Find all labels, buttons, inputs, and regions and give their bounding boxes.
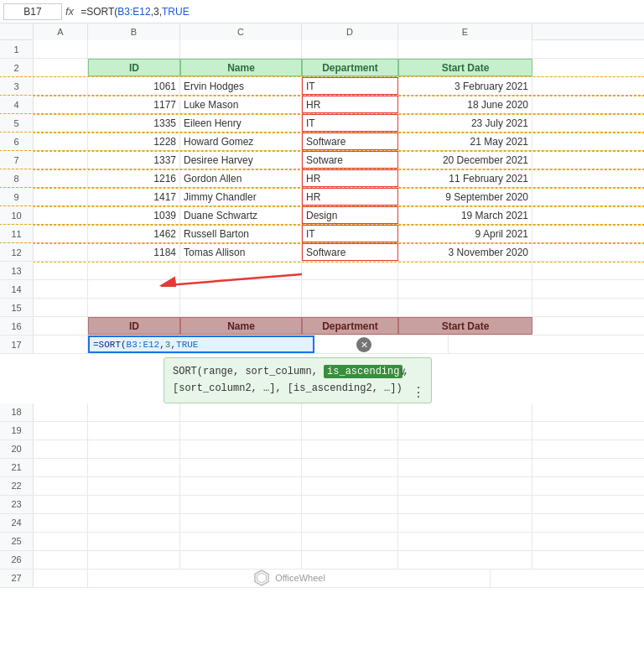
cell-d1[interactable] xyxy=(302,40,398,58)
cell-e7[interactable]: 20 December 2021 xyxy=(398,151,532,169)
cell-d4[interactable]: HR xyxy=(302,96,398,113)
row-6: 6 1228 Howard Gomez Software 21 May 2021 xyxy=(0,133,644,151)
grid-bottom: 18 19 20 21 xyxy=(0,403,644,588)
cell-e2-header[interactable]: Start Date xyxy=(398,59,532,76)
row-23: 23 xyxy=(0,496,644,514)
cell-e3[interactable]: 3 February 2021 xyxy=(398,77,532,95)
cell-d12[interactable]: Software xyxy=(302,243,398,261)
col-header-a[interactable]: A xyxy=(34,23,88,40)
row-13: 13 xyxy=(0,262,644,280)
cell-c3[interactable]: Ervin Hodges xyxy=(180,77,302,95)
col-header-b[interactable]: B xyxy=(88,23,180,40)
cell-a17[interactable] xyxy=(34,336,88,353)
row-5: 5 1335 Eileen Henry IT 23 July 2021 xyxy=(0,114,644,133)
row-25: 25 xyxy=(0,533,644,551)
cell-d16-header[interactable]: Department xyxy=(302,317,398,335)
cell-c4[interactable]: Luke Mason xyxy=(180,96,302,113)
cell-d3[interactable]: IT xyxy=(302,77,398,95)
cell-d11[interactable]: IT xyxy=(302,225,398,242)
cell-a10[interactable] xyxy=(34,206,88,224)
cell-e1[interactable] xyxy=(398,40,532,58)
dismiss-button[interactable]: ✕ xyxy=(356,337,371,352)
row-21: 21 xyxy=(0,459,644,477)
officewheel-logo-icon xyxy=(252,570,271,587)
cell-c10[interactable]: Duane Schwartz xyxy=(180,206,302,224)
formula-tooltip: SORT(range, sort_column, is_ascending, ∨… xyxy=(164,357,432,403)
cell-d6[interactable]: Software xyxy=(302,133,398,150)
row-16-header: 16 ID Name Department Start Date xyxy=(0,317,644,336)
row-num-header xyxy=(0,23,34,39)
row-18: 18 xyxy=(0,403,644,422)
cell-b9[interactable]: 1417 xyxy=(88,188,180,205)
cell-c8[interactable]: Gordon Allen xyxy=(180,169,302,187)
cell-a9[interactable] xyxy=(34,188,88,205)
cell-e8[interactable]: 11 February 2021 xyxy=(398,169,532,187)
cell-e16-header[interactable]: Start Date xyxy=(398,317,532,335)
cell-e10[interactable]: 19 March 2021 xyxy=(398,206,532,224)
cell-d10[interactable]: Design xyxy=(302,206,398,224)
cell-c2-header[interactable]: Name xyxy=(180,59,302,76)
cell-c1[interactable] xyxy=(180,40,302,58)
cell-a6[interactable] xyxy=(34,133,88,150)
cell-a3[interactable] xyxy=(34,77,88,95)
formula-text-b17: =SORT(B3:E12,3,TRUE xyxy=(93,340,198,350)
cell-a8[interactable] xyxy=(34,169,88,187)
cell-d7[interactable]: Sotware xyxy=(302,151,398,169)
cell-b10[interactable]: 1039 xyxy=(88,206,180,224)
cell-d8[interactable]: HR xyxy=(302,169,398,187)
cell-c9[interactable]: Jimmy Chandler xyxy=(180,188,302,205)
cell-e17[interactable] xyxy=(314,336,449,353)
cell-d9[interactable]: HR xyxy=(302,188,398,205)
cell-b8[interactable]: 1216 xyxy=(88,169,180,187)
cell-a5[interactable] xyxy=(34,114,88,132)
row-4: 4 1177 Luke Mason HR 18 June 2020 xyxy=(0,96,644,114)
col-header-e[interactable]: E xyxy=(398,23,532,40)
cell-e6[interactable]: 21 May 2021 xyxy=(398,133,532,150)
cell-a16[interactable] xyxy=(34,317,88,335)
cell-d2-header[interactable]: Department xyxy=(302,59,398,76)
row-10: 10 1039 Duane Schwartz Design 19 March 2… xyxy=(0,206,644,225)
cell-e9[interactable]: 9 September 2020 xyxy=(398,188,532,205)
cell-c16-header[interactable]: Name xyxy=(180,317,302,335)
grid: 1 2 ID Name Department Start Date 3 1061… xyxy=(0,40,644,354)
cell-b4[interactable]: 1177 xyxy=(88,96,180,113)
cell-c7[interactable]: Desiree Harvey xyxy=(180,151,302,169)
cell-reference[interactable]: B17 xyxy=(3,3,62,20)
row-11: 11 1462 Russell Barton IT 9 April 2021 xyxy=(0,225,644,243)
cell-e5[interactable]: 23 July 2021 xyxy=(398,114,532,132)
row-20: 20 xyxy=(0,440,644,459)
cell-b12[interactable]: 1184 xyxy=(88,243,180,261)
cell-a12[interactable] xyxy=(34,243,88,261)
cell-e11[interactable]: 9 April 2021 xyxy=(398,225,532,242)
cell-b5[interactable]: 1335 xyxy=(88,114,180,132)
cell-a2[interactable] xyxy=(34,59,88,76)
cell-c11[interactable]: Russell Barton xyxy=(180,225,302,242)
watermark: OfficeWheel xyxy=(252,570,325,587)
cell-c12[interactable]: Tomas Allison xyxy=(180,243,302,261)
cell-b17[interactable]: =SORT(B3:E12,3,TRUE xyxy=(88,336,314,353)
col-header-c[interactable]: C xyxy=(180,23,302,40)
cell-b3[interactable]: 1061 xyxy=(88,77,180,95)
cell-a1[interactable] xyxy=(34,40,88,58)
cell-b6[interactable]: 1228 xyxy=(88,133,180,150)
cell-a7[interactable] xyxy=(34,151,88,169)
row-3: 3 1061 Ervin Hodges IT 3 February 2021 xyxy=(0,77,644,96)
cell-a11[interactable] xyxy=(34,225,88,242)
cell-b11[interactable]: 1462 xyxy=(88,225,180,242)
col-header-d[interactable]: D xyxy=(302,23,398,40)
cell-a4[interactable] xyxy=(34,96,88,113)
cell-d5[interactable]: IT xyxy=(302,114,398,132)
cell-c5[interactable]: Eileen Henry xyxy=(180,114,302,132)
cell-b16-header[interactable]: ID xyxy=(88,317,180,335)
cell-c6[interactable]: Howard Gomez xyxy=(180,133,302,150)
cell-b1[interactable] xyxy=(88,40,180,58)
dropdown-chevron-icon[interactable]: ∨ xyxy=(399,363,406,382)
cell-b2-header[interactable]: ID xyxy=(88,59,180,76)
cell-e12[interactable]: 3 November 2020 xyxy=(398,243,532,261)
row-12: 12 1184 Tomas Allison Software 3 Novembe… xyxy=(0,243,644,262)
row-19: 19 xyxy=(0,422,644,440)
more-options-icon[interactable]: ⋮ xyxy=(412,388,424,399)
formula-bar-content: =SORT(B3:E12,3,TRUE xyxy=(80,6,641,18)
cell-b7[interactable]: 1337 xyxy=(88,151,180,169)
cell-e4[interactable]: 18 June 2020 xyxy=(398,96,532,113)
